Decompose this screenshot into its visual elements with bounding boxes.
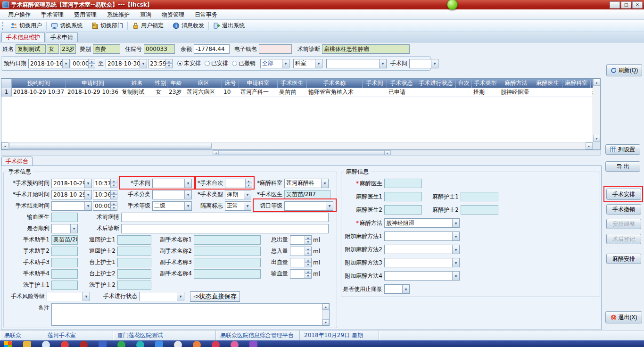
taskbar-app-icon[interactable]: [212, 341, 220, 347]
anesthesia-nurse1-field[interactable]: [461, 192, 498, 201]
taskbar-app-icon[interactable]: [61, 341, 69, 347]
surgery-cancel-button[interactable]: 手术撤销: [606, 204, 641, 215]
spin-up-icon[interactable]: ▲: [165, 59, 172, 64]
column-header[interactable]: 手术名称: [307, 79, 363, 88]
surgery-class-select[interactable]: ▼: [152, 190, 192, 199]
toolbar-switch-user[interactable]: 切换用户: [7, 21, 45, 31]
assistant2-field[interactable]: [51, 247, 78, 256]
anesthesia-method-select[interactable]: 股神经阻滞▼: [384, 218, 460, 228]
taskbar-app-icon[interactable]: [42, 341, 50, 347]
sub-surgery1-field[interactable]: [194, 235, 261, 245]
surgery-reserve-time-spinner[interactable]: 10:37▲▼: [93, 179, 117, 188]
extra-anesthesia-method3-select[interactable]: ▼: [384, 258, 460, 267]
radio-unarranged[interactable]: 未安排: [177, 59, 201, 67]
taskbar-app-icon[interactable]: [117, 341, 125, 347]
spin-down-icon[interactable]: ▼: [305, 240, 311, 244]
spin-up-icon[interactable]: ▲: [110, 202, 117, 206]
isolation-flag-select[interactable]: 正常▼: [225, 201, 251, 211]
taskbar-app-icon[interactable]: [155, 341, 163, 347]
scroll-left-icon[interactable]: ◄: [1, 142, 8, 149]
chevron-down-icon[interactable]: ▼: [244, 202, 251, 210]
chevron-down-icon[interactable]: ▼: [184, 202, 191, 210]
scroll-up-icon[interactable]: ▲: [322, 304, 329, 310]
menu-system-maint[interactable]: 系统维护: [102, 9, 135, 20]
surgery-type-select[interactable]: 择期▼: [225, 190, 251, 199]
spin-up-icon[interactable]: ▲: [305, 258, 311, 263]
surgery-grade-select[interactable]: 二级▼: [152, 201, 192, 211]
chevron-down-icon[interactable]: ▼: [282, 59, 289, 68]
surgery-start-date-select[interactable]: 2018-10-29▼: [51, 190, 92, 199]
scroll-up-icon[interactable]: ▲: [593, 79, 600, 86]
toolbar-switch-department[interactable]: 切换部门: [88, 21, 126, 31]
chevron-down-icon[interactable]: ▼: [84, 190, 91, 199]
pain-pump-select[interactable]: ▼: [384, 284, 410, 294]
chevron-down-icon[interactable]: ▼: [244, 190, 251, 199]
export-button[interactable]: 导 出: [605, 161, 640, 172]
scroll-left-icon[interactable]: ◄: [213, 150, 219, 155]
incision-grade-select[interactable]: ▼: [284, 201, 333, 211]
spin-down-icon[interactable]: ▼: [110, 206, 117, 210]
spin-down-icon[interactable]: ▼: [305, 273, 311, 278]
toolbar-messages[interactable]: 消息收发: [169, 21, 207, 31]
chevron-down-icon[interactable]: ▼: [184, 179, 191, 188]
sub-surgery2-field[interactable]: [194, 247, 261, 256]
taskbar-app-icon[interactable]: [231, 341, 239, 347]
menu-material-mgmt[interactable]: 物资管理: [157, 9, 190, 20]
filter-scope-select[interactable]: 全部▼: [260, 59, 289, 68]
taskbar-app-icon[interactable]: [193, 341, 201, 347]
surgery-end-time-spinner[interactable]: 00:00▲▼: [93, 201, 117, 211]
column-header[interactable]: 床号: [222, 79, 239, 88]
radio-cancelled[interactable]: 已撤销: [232, 59, 256, 67]
scrub-nurse2-field[interactable]: [117, 281, 151, 290]
taskbar-app-icon[interactable]: [99, 341, 107, 347]
extra-anesthesia-method2-select[interactable]: ▼: [384, 245, 460, 254]
anesthesia-nurse2-field[interactable]: [461, 205, 498, 215]
spin-down-icon[interactable]: ▼: [165, 63, 172, 68]
scroll-down-icon[interactable]: ▼: [322, 319, 329, 325]
chevron-down-icon[interactable]: ▼: [321, 179, 328, 188]
surgery-end-date-select[interactable]: ▼: [51, 201, 92, 211]
risk-grade-select[interactable]: ▼: [47, 292, 90, 301]
filter-dept-value-select[interactable]: ▼: [326, 59, 387, 68]
toolbar-user-lock[interactable]: 用户锁定: [129, 21, 167, 31]
filter-to-time-spinner[interactable]: 23:59▲▼: [148, 59, 173, 68]
tab-surgery-scheduling[interactable]: 手术排台: [1, 157, 33, 166]
spin-down-icon[interactable]: ▼: [110, 194, 117, 199]
column-header[interactable]: 病区: [185, 79, 222, 88]
panel-hscrollbar[interactable]: ◄ ►: [1, 150, 601, 156]
chevron-down-icon[interactable]: ▼: [84, 202, 91, 210]
chevron-down-icon[interactable]: ▼: [326, 202, 333, 210]
bleeding-volume-spinner[interactable]: ▲▼: [290, 258, 312, 267]
filter-to-date-select[interactable]: 2018-10-30▼: [106, 59, 147, 68]
surgery-reserve-date-select[interactable]: 2018-10-29▼: [51, 179, 92, 188]
surgery-start-time-spinner[interactable]: 10:36▲▼: [93, 190, 117, 199]
total-output-spinner[interactable]: ▲▼: [290, 235, 312, 245]
surgeon-field[interactable]: 吴苗苗/287: [284, 190, 330, 199]
column-header[interactable]: 手术间: [363, 79, 387, 88]
tour-nurse1-field[interactable]: [117, 235, 151, 245]
spin-down-icon[interactable]: ▼: [305, 262, 311, 267]
maximize-button[interactable]: □: [621, 1, 631, 8]
column-header[interactable]: 麻醉方法: [499, 79, 533, 88]
spin-down-icon[interactable]: ▼: [88, 63, 95, 68]
filter-dept-select[interactable]: 科室▼: [293, 59, 322, 68]
chevron-down-icon[interactable]: ▼: [84, 179, 91, 188]
is-smooth-select[interactable]: ▼: [51, 224, 78, 233]
transfusion-volume-spinner[interactable]: ▲▼: [290, 269, 312, 279]
taskbar-app-icon[interactable]: [249, 341, 257, 347]
chevron-down-icon[interactable]: ▼: [452, 219, 459, 227]
assistant4-field[interactable]: [51, 269, 78, 279]
chevron-down-icon[interactable]: ▼: [431, 59, 438, 68]
column-header[interactable]: 姓名: [120, 79, 154, 88]
chevron-down-icon[interactable]: ▼: [184, 190, 191, 199]
column-header[interactable]: 申请科室: [239, 79, 278, 88]
table-row[interactable]: 1 2018-10-29 10:37 2018-10-29 10:36 复制测试…: [1, 88, 594, 97]
blood-doctor-field[interactable]: [51, 213, 78, 222]
table-vertical-scrollbar[interactable]: ▲ ▼: [593, 79, 600, 142]
column-header[interactable]: 年龄: [167, 79, 185, 88]
sub-surgery4-field[interactable]: [194, 269, 261, 279]
surgery-table-no-spinner[interactable]: ▲▼: [225, 179, 252, 188]
column-header[interactable]: 手术状态: [387, 79, 416, 88]
spin-up-icon[interactable]: ▲: [245, 179, 252, 183]
exit-button[interactable]: 退出(X): [605, 311, 642, 323]
